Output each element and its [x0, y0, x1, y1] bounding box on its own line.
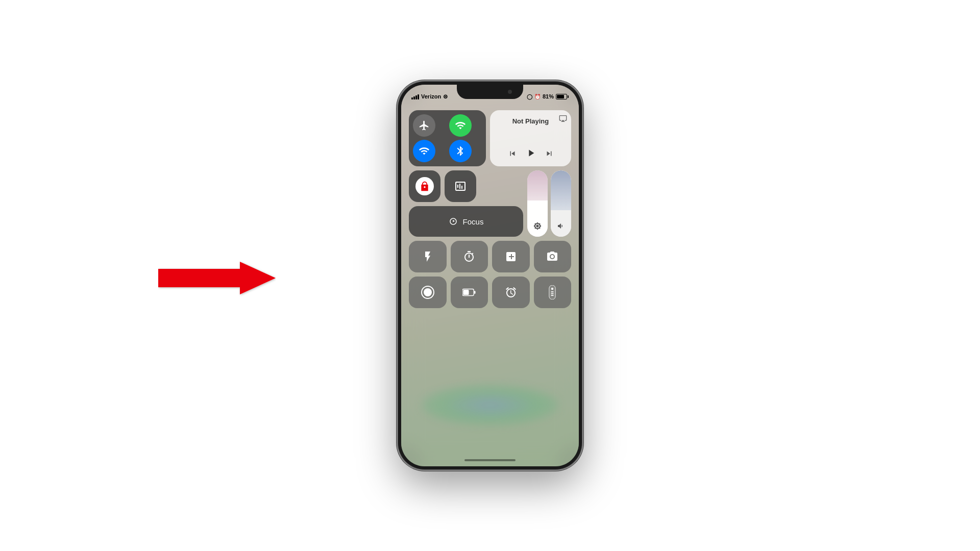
svg-marker-0	[158, 262, 276, 294]
left-column: Focus	[409, 170, 523, 237]
svg-rect-7	[551, 293, 554, 294]
svg-point-5	[551, 288, 553, 290]
iphone-screen: Verizon ⊜ ◯ ⏰ 81%	[401, 85, 579, 466]
battery-icon	[556, 94, 569, 99]
icon-grid-row1	[409, 241, 571, 272]
wifi-icon: ⊜	[443, 93, 448, 100]
status-right: ◯ ⏰ 81%	[527, 93, 569, 99]
focus-label: Focus	[463, 217, 484, 226]
home-indicator[interactable]	[464, 459, 516, 461]
svg-rect-3	[474, 291, 476, 294]
row2: Focus	[409, 170, 571, 237]
low-power-button[interactable]	[451, 277, 488, 308]
alarm-button[interactable]	[492, 277, 530, 308]
icon-grid-row2	[409, 277, 571, 308]
volume-icon	[557, 222, 565, 232]
wifi-button[interactable]	[413, 140, 435, 162]
signal-bar-3	[415, 95, 417, 99]
volume-slider[interactable]	[551, 170, 571, 237]
brightness-icon	[533, 222, 542, 232]
screen-mirror-button[interactable]	[445, 170, 476, 202]
screen-record-button[interactable]	[409, 277, 447, 308]
signal-bar-4	[418, 94, 419, 99]
screen-record-icon	[421, 286, 434, 299]
row1: Not Playing	[409, 110, 571, 166]
brightness-slider[interactable]	[527, 170, 548, 237]
brightness-top	[527, 170, 548, 201]
notch	[457, 85, 523, 99]
screen-record-dot	[424, 288, 432, 296]
timer-button[interactable]	[451, 241, 488, 272]
media-title: Not Playing	[496, 117, 565, 125]
connectivity-panel	[409, 110, 486, 166]
status-left: Verizon ⊜	[411, 93, 448, 100]
control-center-content: Verizon ⊜ ◯ ⏰ 81%	[401, 85, 579, 466]
airplane-mode-button[interactable]	[413, 114, 435, 137]
bluetooth-button[interactable]	[449, 140, 472, 162]
signal-bar-2	[413, 96, 415, 99]
alarm-status-icon: ⏰	[534, 94, 541, 99]
calculator-button[interactable]	[492, 241, 530, 272]
forward-button[interactable]	[545, 149, 554, 160]
scene: Verizon ⊜ ◯ ⏰ 81%	[0, 0, 980, 551]
camera-button[interactable]	[534, 241, 572, 272]
sliders-panel	[527, 170, 571, 237]
control-center: Not Playing	[409, 110, 571, 308]
signal-bar-1	[411, 97, 413, 99]
location-icon: ◯	[527, 94, 532, 99]
red-arrow	[158, 258, 276, 298]
svg-rect-6	[551, 291, 554, 292]
flashlight-button[interactable]	[409, 241, 447, 272]
svg-rect-8	[551, 295, 554, 296]
focus-button[interactable]: Focus	[409, 206, 523, 237]
cellular-button[interactable]	[449, 114, 472, 137]
volume-top	[551, 170, 571, 210]
signal-bars	[411, 93, 419, 99]
media-controls	[496, 147, 565, 161]
battery-percent-text: 81%	[543, 93, 554, 99]
bottom-blob	[422, 385, 558, 425]
screen-lock-button[interactable]	[409, 170, 440, 202]
lock-icon	[415, 177, 434, 195]
airplay-icon[interactable]	[559, 114, 567, 124]
play-button[interactable]	[525, 147, 536, 161]
carrier-name: Verizon	[421, 93, 441, 99]
svg-rect-2	[463, 290, 469, 295]
remote-button[interactable]	[534, 277, 572, 308]
iphone-frame: Verizon ⊜ ◯ ⏰ 81%	[398, 82, 582, 469]
media-panel: Not Playing	[490, 110, 571, 166]
rewind-button[interactable]	[508, 149, 517, 160]
